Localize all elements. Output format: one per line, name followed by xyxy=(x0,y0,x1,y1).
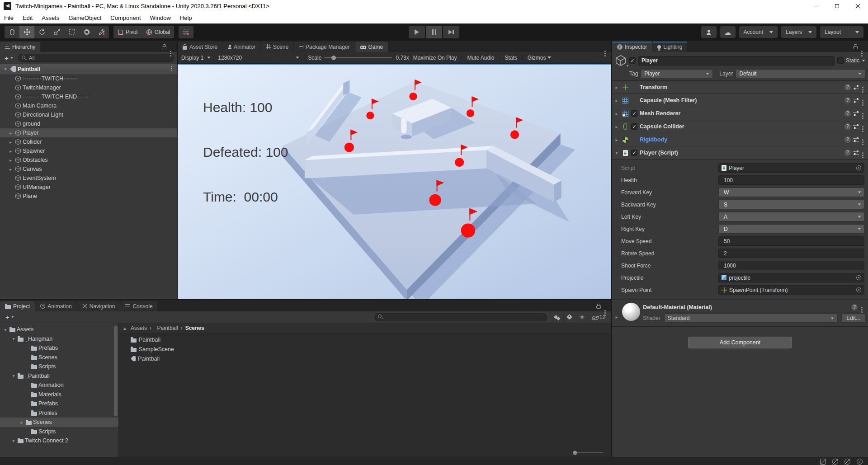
favorites-button[interactable]: ★ xyxy=(576,313,588,322)
expander-arrow[interactable] xyxy=(614,124,619,129)
menu-item[interactable]: Help xyxy=(175,12,197,23)
layer-dropdown[interactable]: Default xyxy=(736,69,865,78)
help-icon[interactable] xyxy=(844,123,851,130)
tree-item[interactable]: Scripts xyxy=(0,427,118,437)
expander-arrow[interactable] xyxy=(11,336,16,341)
create-object-button[interactable]: + xyxy=(2,54,16,62)
expander-arrow[interactable] xyxy=(11,373,16,378)
tree-scrollbar[interactable] xyxy=(114,326,118,416)
asset-item[interactable]: Paintball xyxy=(119,354,611,363)
panel-tab[interactable]: Project xyxy=(0,301,35,311)
panel-tab[interactable]: Lighting xyxy=(652,42,687,52)
asset-item[interactable]: SampleScene xyxy=(119,344,611,354)
expander-arrow[interactable] xyxy=(614,137,619,142)
scale-slider[interactable] xyxy=(324,57,392,58)
pivot-toggle-button[interactable]: Pivot xyxy=(113,26,142,38)
property-value-field[interactable]: D xyxy=(718,224,864,234)
expander-arrow[interactable] xyxy=(8,158,14,163)
view-tab[interactable]: Package Manager xyxy=(294,42,354,52)
hierarchy-item[interactable]: TwitchManager xyxy=(0,83,177,92)
create-asset-button[interactable]: + xyxy=(3,313,17,321)
tree-item[interactable]: _Hangman xyxy=(0,334,118,344)
expander-arrow[interactable] xyxy=(614,98,619,103)
property-value-field[interactable]: 50 xyxy=(718,236,864,246)
display-dropdown[interactable]: Display 1 xyxy=(178,52,214,63)
step-button[interactable] xyxy=(443,26,459,38)
kebab-icon[interactable] xyxy=(171,66,172,67)
lock-icon[interactable] xyxy=(596,305,601,309)
expander-arrow[interactable] xyxy=(8,149,14,154)
property-value-field[interactable]: Player xyxy=(718,163,864,173)
kebab-icon[interactable] xyxy=(861,307,863,308)
panel-tab[interactable]: Navigation xyxy=(77,301,120,311)
pause-button[interactable] xyxy=(426,26,442,38)
mute-audio-button[interactable]: Mute Audio xyxy=(463,52,498,63)
object-picker-icon[interactable] xyxy=(856,165,861,170)
hierarchy-item[interactable]: Directional Light xyxy=(0,110,177,119)
shader-edit-button[interactable]: Edit... xyxy=(841,314,865,323)
help-icon[interactable] xyxy=(844,150,851,156)
kebab-icon[interactable] xyxy=(862,100,863,101)
menu-item[interactable]: Component xyxy=(106,12,145,23)
thumbnail-size-slider[interactable] xyxy=(574,452,603,454)
active-checkbox[interactable] xyxy=(629,57,636,64)
view-tab[interactable]: Asset Store xyxy=(178,42,222,52)
expander-arrow[interactable] xyxy=(614,315,619,323)
ok-check-icon[interactable] xyxy=(857,459,863,465)
add-component-button[interactable]: Add Component xyxy=(688,337,792,348)
breadcrumb-root[interactable]: Assets xyxy=(131,325,147,331)
component-header[interactable]: Transform xyxy=(612,81,868,94)
collab-disabled-icon[interactable] xyxy=(832,459,838,465)
transform-tool-button[interactable] xyxy=(79,26,94,38)
hand-tool-button[interactable] xyxy=(5,26,19,38)
help-icon[interactable] xyxy=(844,136,851,143)
help-icon[interactable] xyxy=(844,97,851,103)
object-picker-icon[interactable] xyxy=(856,275,861,280)
material-preview-sphere[interactable] xyxy=(622,303,640,321)
property-value-field[interactable]: 1000 xyxy=(718,261,864,270)
view-tab[interactable]: Animator xyxy=(223,42,260,52)
search-by-label-button[interactable] xyxy=(563,313,575,322)
kebab-icon[interactable] xyxy=(862,126,863,127)
lock-icon[interactable] xyxy=(162,46,166,49)
chevron-down-icon[interactable] xyxy=(862,60,865,61)
kebab-icon[interactable] xyxy=(862,152,863,154)
hierarchy-item[interactable]: UIManager xyxy=(0,183,177,192)
layout-dropdown[interactable]: Layout xyxy=(820,26,863,38)
preset-icon[interactable] xyxy=(853,111,859,116)
hierarchy-search[interactable] xyxy=(18,54,174,62)
tree-item[interactable]: Scenes xyxy=(0,418,118,427)
gameobject-icon[interactable] xyxy=(615,55,627,66)
help-icon[interactable] xyxy=(844,84,851,90)
refresh-disabled-icon[interactable] xyxy=(844,459,850,465)
game-viewport[interactable]: Health: 100 Defeated: 100 Time: 00:00 xyxy=(178,64,611,299)
menu-item[interactable]: Window xyxy=(146,12,175,23)
expander-arrow[interactable] xyxy=(3,66,8,71)
expander-arrow[interactable] xyxy=(11,438,16,443)
property-value-field[interactable]: 2 xyxy=(718,249,864,258)
menu-item[interactable]: File xyxy=(0,12,18,23)
hierarchy-item[interactable]: Canvas xyxy=(0,164,177,174)
preset-icon[interactable] xyxy=(853,137,859,142)
rect-tool-button[interactable] xyxy=(64,26,79,38)
property-value-field[interactable]: A xyxy=(718,212,864,221)
property-value-field[interactable]: W xyxy=(718,188,864,197)
hierarchy-item[interactable]: Obstacles xyxy=(0,155,177,164)
tree-item[interactable]: Profiles xyxy=(0,409,118,418)
stats-button[interactable]: Stats xyxy=(501,52,521,63)
tree-item[interactable]: Scripts xyxy=(0,362,118,371)
panel-tab[interactable]: Console xyxy=(120,301,157,311)
expander-arrow[interactable] xyxy=(614,150,619,155)
kebab-icon[interactable] xyxy=(862,113,863,114)
tree-item[interactable]: Scenes xyxy=(0,353,118,362)
property-value-field[interactable]: 100 xyxy=(718,175,864,185)
project-search-input[interactable] xyxy=(385,315,543,320)
static-checkbox[interactable] xyxy=(837,57,844,64)
collapse-up-icon[interactable]: ▲ xyxy=(123,326,127,331)
scene-header-row[interactable]: Paintball xyxy=(0,64,177,74)
property-value-field[interactable]: S xyxy=(718,200,864,209)
tag-dropdown[interactable]: Player xyxy=(641,69,713,78)
gameobject-name-field[interactable] xyxy=(638,56,835,66)
hidden-packages-toggle[interactable]: 12 xyxy=(589,313,609,322)
breadcrumb-mid[interactable]: _Paintball xyxy=(154,325,178,331)
